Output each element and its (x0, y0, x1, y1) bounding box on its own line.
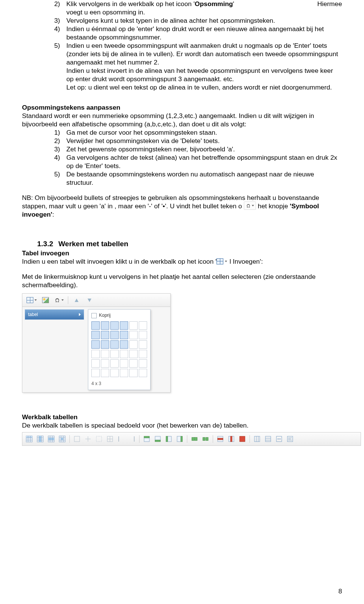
insert-table-button[interactable] (25, 296, 38, 305)
border-inner-button[interactable] (83, 434, 93, 444)
table-size-picker[interactable]: Koprij 4 x 3 (88, 309, 151, 390)
svg-rect-7 (39, 436, 41, 442)
item-body: Verwijder het opsommingsteken via de 'De… (66, 137, 342, 145)
insert-symbol-button[interactable] (53, 296, 65, 305)
chevron-down-icon (252, 205, 254, 206)
text: l Invoegen': (229, 258, 263, 265)
item-body: Hiermee Klik vervolgens in de werkbalk o… (66, 0, 342, 17)
separator (139, 435, 140, 443)
item-body: Zet het gewenste opsommingsteken neer, b… (66, 145, 342, 154)
heading-1-3-2: 1.3.2Werken met tabellen (22, 239, 342, 249)
svg-rect-1 (26, 436, 32, 438)
list-item: 2) Hiermee Klik vervolgens in de werkbal… (54, 0, 342, 17)
select-cell-button[interactable] (58, 434, 67, 444)
text: voegt u een opsomming in. (66, 8, 145, 16)
delete-col-button[interactable] (227, 434, 236, 444)
item-number: 5) (54, 170, 66, 187)
menu-item-tabel[interactable]: tabel (25, 310, 84, 319)
svg-rect-48 (231, 436, 232, 442)
border-left-button[interactable] (116, 434, 126, 444)
paragraph-nb: NB: Om bijvoorbeeld bullets of streepjes… (22, 194, 342, 219)
tableprops-button[interactable] (25, 434, 34, 444)
insert-row-above-button[interactable] (142, 434, 151, 444)
border-outer-button[interactable] (72, 434, 82, 444)
menu-item-label: tabel (28, 312, 38, 318)
item-body: Vervolgens kunt u tekst typen in de alin… (66, 17, 342, 25)
border-all-button[interactable] (105, 434, 115, 444)
list-item: 3) Vervolgens kunt u tekst typen in de a… (54, 17, 342, 25)
svg-rect-43 (203, 437, 205, 440)
merge-cells-button[interactable] (190, 434, 199, 444)
separator (187, 435, 187, 443)
svg-rect-33 (144, 438, 149, 442)
svg-rect-19 (61, 438, 63, 440)
autofit-button[interactable] (275, 434, 284, 444)
subheading-werkbalk-tabellen: Werkbalk tabellen (22, 413, 342, 422)
paragraph: De werkbalk tabellen is speciaal bedoeld… (22, 422, 342, 430)
move-down-button[interactable] (84, 296, 95, 305)
item-body: De bestaande opsommingstekens worden nu … (66, 170, 342, 187)
item-number: 4) (54, 25, 66, 42)
insert-table-icon[interactable] (217, 258, 229, 265)
svg-rect-35 (155, 436, 160, 440)
text: Indien u een tabel wilt invoegen klikt u… (22, 258, 217, 265)
item-body: Indien u éénmaal op de 'enter' knop druk… (66, 25, 342, 42)
svg-rect-49 (240, 436, 245, 442)
distribute-rows-button[interactable] (264, 434, 273, 444)
border-none-button[interactable] (94, 434, 104, 444)
item-number: 1) (54, 129, 66, 137)
item-number: 3) (54, 17, 66, 25)
heading-number: 1.3.2 (37, 239, 58, 249)
picker-size-readout: 4 x 3 (91, 381, 147, 387)
text: het knopje (258, 202, 290, 210)
select-column-button[interactable] (36, 434, 45, 444)
distribute-cols-button[interactable] (253, 434, 262, 444)
split-cells-button[interactable] (201, 434, 210, 444)
align-button[interactable] (286, 434, 295, 444)
svg-rect-13 (48, 438, 54, 440)
svg-rect-44 (206, 437, 208, 440)
chevron-down-icon (225, 261, 227, 262)
border-right-button[interactable] (127, 434, 136, 444)
text: Indien u een tweede opsommingspunt wilt … (66, 42, 338, 66)
svg-rect-36 (155, 440, 160, 442)
item-body: Indien u een tweede opsommingspunt wilt … (66, 42, 342, 92)
item-number: 2) (54, 0, 66, 17)
delete-row-button[interactable] (216, 434, 225, 444)
svg-rect-40 (181, 436, 182, 442)
paragraph: Met de linkermuisknop kunt u vervolgens … (22, 273, 342, 289)
list-item: 4) Ga vervolgens achter de tekst (alinea… (54, 154, 342, 170)
list-item: 3) Zet het gewenste opsommingsteken neer… (54, 145, 342, 154)
picker-grid[interactable] (91, 321, 147, 377)
picker-header-label: Koprij (99, 313, 111, 318)
text: Indien u tekst invoert in de alinea van … (66, 67, 333, 83)
svg-rect-39 (177, 436, 181, 442)
insert-row-below-button[interactable] (153, 434, 162, 444)
text: Let op: u dient wel een tekst op de alin… (66, 83, 332, 91)
list-item: 5) De bestaande opsommingstekens worden … (54, 170, 342, 187)
separator (69, 435, 70, 443)
separator (68, 296, 68, 304)
insert-col-right-button[interactable] (175, 434, 184, 444)
ordered-list-opsomming: 2) Hiermee Klik vervolgens in de werkbal… (22, 0, 342, 91)
svg-rect-53 (265, 436, 271, 442)
insert-image-button[interactable] (40, 296, 51, 305)
select-row-button[interactable] (47, 434, 56, 444)
insert-col-left-button[interactable] (164, 434, 173, 444)
list-item: 1) Ga met de cursor voor het opsommingst… (54, 129, 342, 137)
item-number: 3) (54, 145, 66, 154)
chevron-down-icon (35, 299, 37, 301)
svg-rect-27 (96, 436, 102, 442)
page-number: 8 (338, 587, 342, 596)
checkbox-icon[interactable] (91, 313, 97, 318)
paragraph: Indien u een tabel wilt invoegen klikt u… (22, 258, 342, 266)
insert-symbol-icon[interactable] (244, 201, 256, 210)
delete-table-button[interactable] (238, 434, 247, 444)
dropdown-area: tabel Koprij 4 x 3 (22, 307, 170, 392)
list-item: 2) Verwijder het opsommingsteken via de … (54, 137, 342, 145)
picker-header: Koprij (91, 313, 147, 318)
move-up-button[interactable] (71, 296, 82, 305)
svg-rect-24 (74, 436, 80, 442)
table-edit-toolbar (22, 432, 361, 446)
heading-opsommingstekens-aanpassen: Opsommingstekens aanpassen (22, 104, 342, 112)
